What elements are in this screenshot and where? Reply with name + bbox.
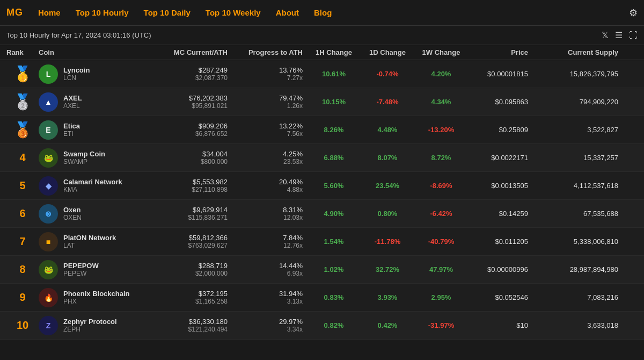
progress-cell: 13.76% 7.27x bbox=[232, 66, 307, 82]
rank-medal: 🥇 bbox=[6, 65, 39, 83]
table-row: 4 🐸 Swamp Coin SWAMP $34,004 $800,000 4.… bbox=[0, 144, 644, 172]
progress-pct: 7.84% bbox=[232, 234, 303, 242]
coin-logo: Z bbox=[39, 316, 58, 335]
mc-current: $288,719 bbox=[146, 262, 228, 270]
mc-current: $59,812,366 bbox=[146, 234, 228, 242]
supply-cell: 28,987,894,980 bbox=[532, 265, 618, 273]
table-row: 7 ■ PlatON Network LAT $59,812,366 $763,… bbox=[0, 228, 644, 256]
coin-cell: ⊗ Oxen OXEN bbox=[39, 204, 146, 224]
table-row: 8 🐸 PEPEPOW PEPEW $288,719 $2,000,000 14… bbox=[0, 256, 644, 284]
progress-cell: 29.97% 3.34x bbox=[232, 318, 307, 333]
price-cell: $0.0013505 bbox=[468, 182, 532, 190]
coin-ticker: SWAMP bbox=[63, 158, 105, 165]
mc-cell: $76,202,383 $95,891,021 bbox=[146, 94, 232, 110]
menu-icon[interactable]: ☰ bbox=[615, 30, 623, 40]
mc-current: $76,202,383 bbox=[146, 94, 228, 102]
change-1d: -0.74% bbox=[361, 70, 414, 78]
coin-ticker: LCN bbox=[63, 74, 90, 82]
coin-cell: 🐸 Swamp Coin SWAMP bbox=[39, 148, 146, 168]
table-row: 🥉 E Etica ETI $909,206 $6,876,652 13.22%… bbox=[0, 116, 644, 144]
rank-number: 9 bbox=[6, 291, 39, 304]
coin-name: PEPEPOW bbox=[63, 262, 99, 270]
coin-logo: ▲ bbox=[39, 92, 58, 112]
mc-ath: $27,110,898 bbox=[146, 186, 228, 193]
coin-logo: ◆ bbox=[39, 176, 58, 196]
mc-cell: $34,004 $800,000 bbox=[146, 150, 232, 165]
change-1d: -7.48% bbox=[361, 98, 414, 106]
coin-logo: ■ bbox=[39, 232, 58, 251]
rank-number: 10 bbox=[6, 319, 39, 332]
change-1w: -31.97% bbox=[414, 321, 468, 329]
change-1d: 8.07% bbox=[361, 154, 414, 162]
mc-cell: $5,553,982 $27,110,898 bbox=[146, 178, 232, 193]
rank-number: 7 bbox=[6, 235, 39, 248]
supply-cell: 5,338,006,810 bbox=[532, 237, 618, 246]
supply-cell: 4,112,537,618 bbox=[532, 182, 618, 190]
coin-name: PlatON Network bbox=[63, 234, 116, 242]
coin-name: Zephyr Protocol bbox=[63, 318, 117, 326]
rank-medal: 🥉 bbox=[6, 121, 39, 139]
mc-current: $9,629,914 bbox=[146, 206, 228, 214]
table-row: 6 ⊗ Oxen OXEN $9,629,914 $115,836,271 8.… bbox=[0, 200, 644, 228]
mc-ath: $2,087,370 bbox=[146, 74, 228, 82]
table-header: Rank Coin MC Current/ATH Progress to ATH… bbox=[0, 45, 644, 60]
progress-pct: 8.31% bbox=[232, 206, 303, 214]
table-row: 9 🔥 Phoenix Blockchain PHX $372,195 $1,1… bbox=[0, 284, 644, 312]
progress-pct: 20.49% bbox=[232, 178, 303, 186]
rank-number: 6 bbox=[6, 207, 39, 220]
header-price: Price bbox=[468, 48, 532, 56]
coin-ticker: ZEPH bbox=[63, 326, 117, 333]
change-1w: 4.20% bbox=[414, 70, 468, 78]
mc-current: $909,206 bbox=[146, 122, 228, 130]
coin-cell: ◆ Calamari Network KMA bbox=[39, 176, 146, 196]
change-1w: 4.34% bbox=[414, 98, 468, 106]
progress-pct: 31.94% bbox=[232, 290, 303, 298]
settings-icon[interactable]: ⚙ bbox=[629, 7, 638, 19]
coin-ticker: ETI bbox=[63, 130, 80, 138]
nav-top10-hourly[interactable]: Top 10 Hourly bbox=[76, 8, 129, 17]
site-logo: MG bbox=[6, 7, 23, 18]
progress-cell: 13.22% 7.56x bbox=[232, 122, 307, 138]
change-1w: 47.97% bbox=[414, 265, 468, 273]
rank-medal: 🥈 bbox=[6, 93, 39, 111]
coin-ticker: OXEN bbox=[63, 214, 82, 221]
nav-top10-weekly[interactable]: Top 10 Weekly bbox=[206, 8, 261, 17]
coin-ticker: LAT bbox=[63, 242, 116, 249]
progress-x: 12.03x bbox=[232, 214, 303, 221]
coin-logo: L bbox=[39, 64, 58, 84]
coin-names: Zephyr Protocol ZEPH bbox=[63, 318, 117, 333]
subheader-icons: 𝕏 ☰ ⛶ bbox=[602, 30, 638, 40]
coin-cell: L Lyncoin LCN bbox=[39, 64, 146, 84]
change-1h: 0.82% bbox=[307, 321, 361, 329]
price-cell: $0.011205 bbox=[468, 237, 532, 246]
progress-pct: 13.22% bbox=[232, 122, 303, 130]
mc-ath: $121,240,494 bbox=[146, 326, 228, 333]
header-1w: 1W Change bbox=[414, 48, 468, 56]
progress-pct: 13.76% bbox=[232, 66, 303, 74]
nav-blog[interactable]: Blog bbox=[314, 8, 332, 17]
nav-about[interactable]: About bbox=[276, 8, 299, 17]
coin-cell: ▲ AXEL AXEL bbox=[39, 92, 146, 112]
coin-names: PlatON Network LAT bbox=[63, 234, 116, 249]
nav-top10-daily[interactable]: Top 10 Daily bbox=[144, 8, 191, 17]
change-1h: 4.90% bbox=[307, 210, 361, 218]
progress-cell: 4.25% 23.53x bbox=[232, 150, 307, 165]
change-1h: 1.02% bbox=[307, 265, 361, 273]
nav-home[interactable]: Home bbox=[38, 8, 61, 17]
change-1h: 1.54% bbox=[307, 237, 361, 246]
coin-names: Swamp Coin SWAMP bbox=[63, 150, 105, 165]
progress-cell: 8.31% 12.03x bbox=[232, 206, 307, 221]
header-mc: MC Current/ATH bbox=[146, 48, 232, 56]
fullscreen-icon[interactable]: ⛶ bbox=[629, 31, 638, 40]
coin-logo: 🔥 bbox=[39, 288, 58, 307]
twitter-icon[interactable]: 𝕏 bbox=[602, 30, 609, 40]
change-1w: -8.69% bbox=[414, 182, 468, 190]
mc-cell: $287,249 $2,087,370 bbox=[146, 66, 232, 82]
price-cell: $0.052546 bbox=[468, 293, 532, 301]
mc-ath: $115,836,271 bbox=[146, 214, 228, 221]
header-1h: 1H Change bbox=[307, 48, 361, 56]
supply-cell: 3,633,018 bbox=[532, 321, 618, 329]
progress-pct: 29.97% bbox=[232, 318, 303, 326]
header-progress: Progress to ATH bbox=[232, 48, 307, 56]
mc-current: $372,195 bbox=[146, 290, 228, 298]
